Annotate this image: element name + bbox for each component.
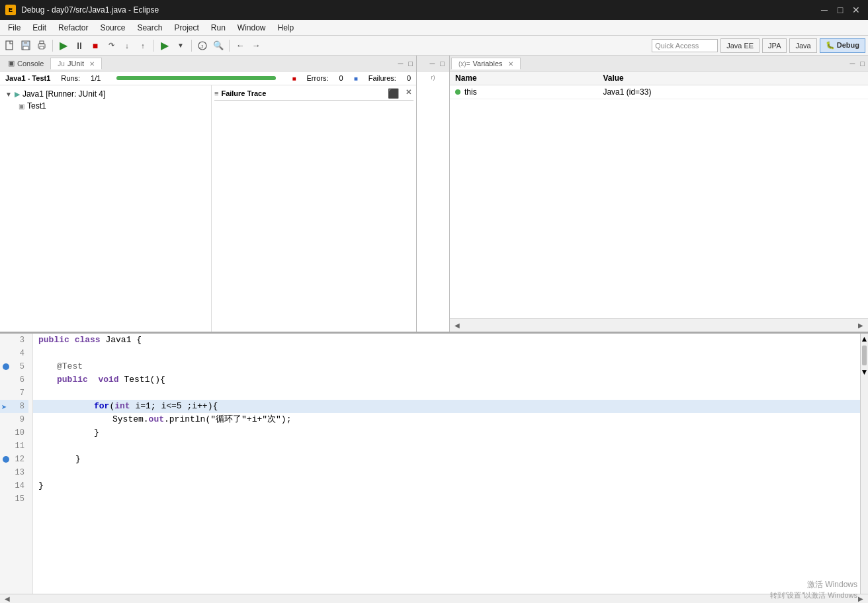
window-controls[interactable]: ─ □ ✕ — [818, 3, 863, 17]
menu-source[interactable]: Source — [95, 22, 130, 34]
variables-close-icon[interactable]: ✕ — [508, 60, 513, 68]
vars-minimize-btn[interactable]: ─ — [848, 60, 857, 68]
run-dropdown-btn[interactable]: ▼ — [173, 38, 188, 53]
console-tab-label: Console — [17, 60, 44, 68]
col-name-header: Name — [450, 71, 597, 85]
perspective-debug[interactable]: 🐛 Debug — [820, 38, 865, 53]
code-line-4 — [33, 347, 860, 360]
debug-stepout-btn[interactable]: ↑ — [136, 38, 150, 53]
tab-console[interactable]: ▣ Console — [1, 58, 50, 69]
vars-maximize-btn[interactable]: □ — [858, 60, 867, 68]
tab-junit[interactable]: Ju JUnit ✕ — [50, 58, 102, 70]
debug-stepinto-btn[interactable]: ↓ — [120, 38, 134, 53]
code-empty — [38, 347, 44, 360]
debug-resume-btn[interactable]: ▶ — [56, 38, 71, 53]
junit-tab-bar: ▣ Console Ju JUnit ✕ ─ □ — [0, 56, 416, 71]
junit-minimize-btn[interactable]: ─ — [396, 60, 406, 68]
trace-close-btn[interactable]: ✕ — [404, 88, 413, 99]
line-4: 4 — [0, 347, 28, 360]
activate-windows-link[interactable]: 转到"设置"以激活 Windows — [770, 590, 858, 600]
line-9: 9 — [0, 413, 28, 426]
editor-scrollbar-h[interactable] — [12, 596, 856, 602]
debug-stepover-btn[interactable]: ↷ — [104, 38, 118, 53]
code-token: Test1(){ — [119, 373, 165, 387]
code-token: Java1 { — [101, 334, 142, 347]
code-line-7 — [33, 387, 860, 400]
code-line-3: public class Java1 { — [33, 334, 860, 347]
line-13: 13 — [0, 466, 28, 479]
list-item[interactable]: ▼ ▶ Java1 [Runner: JUnit 4] — [3, 88, 208, 100]
line-3: 3 — [0, 334, 28, 347]
code-token: class — [75, 334, 101, 347]
debug-terminate-btn[interactable]: ■ — [88, 38, 103, 53]
menu-file[interactable]: File — [3, 22, 26, 34]
failures-icon: ■ — [354, 75, 358, 82]
perspective-java-ee[interactable]: Java EE — [720, 38, 760, 53]
menu-bar: File Edit Refactor Source Search Project… — [0, 20, 868, 36]
toolbar-save-btn[interactable] — [19, 38, 33, 53]
menu-run[interactable]: Run — [206, 22, 231, 34]
tab-variables[interactable]: (x)= Variables ✕ — [451, 58, 521, 70]
vars-scroll-left[interactable]: ◀ — [453, 322, 462, 329]
breakpoint-marker-12 — [3, 456, 9, 463]
code-line-6: public void Test1(){ — [33, 373, 860, 387]
line-7: 7 — [0, 387, 28, 400]
junit-maximize-btn[interactable]: □ — [406, 60, 415, 68]
top-panels: ▣ Console Ju JUnit ✕ ─ □ Java1 - Test1 R… — [0, 56, 868, 334]
quick-access-input[interactable]: Quick Access — [652, 39, 718, 52]
toolbar-sep1 — [52, 40, 53, 52]
maximize-button[interactable]: □ — [834, 3, 847, 17]
debug-pointer-icon: ➤ — [1, 401, 7, 414]
scrollbar-up-btn[interactable]: ▲ — [861, 334, 868, 344]
search-btn[interactable]: 🔍 — [211, 38, 226, 53]
minimize-button[interactable]: ─ — [818, 3, 831, 17]
run-btn[interactable]: ▶ — [157, 38, 172, 53]
toolbar-new-btn[interactable] — [3, 38, 17, 53]
menu-project[interactable]: Project — [169, 22, 204, 34]
var-name: this — [464, 87, 477, 97]
toolbar-sep4 — [229, 40, 230, 52]
editor-content[interactable]: public class Java1 { @Test public void T… — [33, 334, 860, 594]
code-token: } — [75, 453, 81, 466]
line-8: ➤ 8 — [0, 400, 28, 413]
vars-scroll-right[interactable]: ▶ — [856, 322, 865, 329]
code-token: for — [94, 400, 109, 413]
code-token: .println("循环了"+i+"次"); — [164, 413, 291, 426]
center-maximize-btn[interactable]: □ — [438, 60, 447, 68]
open-type-btn[interactable]: J — [195, 38, 210, 53]
code-line-14: } — [33, 479, 860, 492]
editor-scrollbar-v[interactable]: ▲ ▼ — [860, 334, 868, 594]
junit-close-icon[interactable]: ✕ — [89, 60, 95, 68]
svg-rect-2 — [23, 46, 28, 50]
perspective-java[interactable]: Java — [789, 38, 816, 53]
debug-suspend-btn[interactable]: ⏸ — [72, 38, 87, 53]
code-token: @Test — [57, 360, 83, 373]
table-row[interactable]: this Java1 (id=33) — [450, 85, 868, 99]
eclipse-icon: E — [5, 5, 16, 15]
variables-panel: (x)= Variables ✕ ─ □ Name Value — [450, 56, 868, 332]
center-minimize-btn[interactable]: ─ — [428, 60, 437, 68]
menu-refactor[interactable]: Refactor — [53, 22, 93, 34]
trace-expand-btn[interactable]: ⬛ — [386, 88, 401, 99]
perspective-jpa[interactable]: JPA — [762, 38, 787, 53]
menu-edit[interactable]: Edit — [27, 22, 52, 34]
toolbar-print-btn[interactable] — [34, 38, 49, 53]
nav-fwd-btn[interactable]: → — [249, 38, 263, 53]
menu-search[interactable]: Search — [132, 22, 167, 34]
list-item[interactable]: ▣ Test1 — [16, 100, 208, 112]
menu-window[interactable]: Window — [232, 22, 271, 34]
scrollbar-down-btn[interactable]: ▼ — [861, 367, 868, 377]
scrollbar-thumb[interactable] — [862, 346, 867, 365]
code-token: void — [98, 373, 118, 387]
code-line-11 — [33, 440, 860, 453]
code-line-9: System.out.println("循环了"+i+"次"); — [33, 413, 860, 426]
variables-table: Name Value this Java1 ( — [450, 71, 868, 107]
variables-tab-label: Variables — [473, 60, 503, 68]
expand-icon: ▼ — [5, 91, 12, 98]
editor-scroll-left[interactable]: ◀ — [3, 595, 12, 602]
nav-back-btn[interactable]: ← — [233, 38, 247, 53]
failure-trace-header: ≡ Failure Trace ⬛ ✕ — [214, 88, 413, 101]
close-button[interactable]: ✕ — [849, 3, 863, 17]
menu-help[interactable]: Help — [273, 22, 300, 34]
code-token — [88, 373, 99, 387]
